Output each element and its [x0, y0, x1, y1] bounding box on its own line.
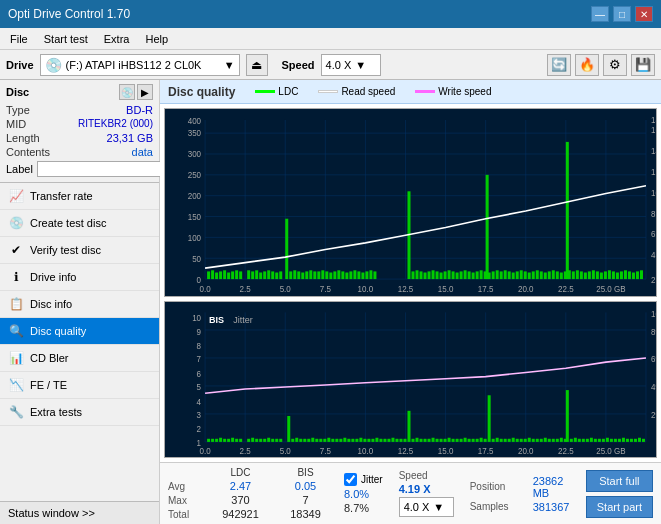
disc-quality-title: Disc quality — [168, 85, 235, 99]
burn-button[interactable]: 🔥 — [575, 54, 599, 76]
svg-rect-78 — [325, 271, 328, 279]
speed-select[interactable]: 4.0 X ▼ — [321, 54, 381, 76]
svg-rect-59 — [247, 270, 250, 279]
sidebar-item-cd-bler[interactable]: 📊 CD Bler — [0, 345, 159, 372]
start-part-button[interactable]: Start part — [586, 496, 653, 518]
svg-rect-257 — [444, 438, 447, 441]
eject-button[interactable]: ⏏ — [246, 54, 268, 76]
svg-rect-120 — [520, 270, 523, 279]
svg-rect-281 — [544, 437, 547, 441]
jitter-checkbox[interactable] — [344, 473, 357, 486]
disc-length-label: Length — [6, 132, 40, 144]
sidebar-item-disc-quality[interactable]: 🔍 Disc quality — [0, 318, 159, 345]
sidebar-item-label-disc-info: Disc info — [30, 298, 72, 310]
status-window-button[interactable]: Status window >> — [0, 502, 159, 524]
sidebar-item-extra-tests[interactable]: 🔧 Extra tests — [0, 399, 159, 426]
svg-rect-288 — [574, 437, 577, 441]
settings-button[interactable]: ⚙ — [603, 54, 627, 76]
svg-rect-250 — [416, 437, 419, 441]
svg-rect-214 — [259, 438, 262, 441]
menu-extra[interactable]: Extra — [98, 31, 136, 47]
svg-rect-287 — [570, 438, 573, 441]
svg-rect-101 — [448, 270, 451, 279]
svg-rect-233 — [343, 437, 346, 441]
disc-label-input[interactable] — [37, 161, 170, 177]
svg-rect-221 — [295, 437, 298, 441]
sidebar-item-drive-info[interactable]: ℹ Drive info — [0, 264, 159, 291]
svg-rect-79 — [329, 273, 332, 280]
menu-start-test[interactable]: Start test — [38, 31, 94, 47]
svg-rect-130 — [560, 273, 563, 280]
svg-rect-92 — [412, 271, 415, 279]
svg-text:5: 5 — [197, 383, 202, 392]
legend-write-speed-label: Write speed — [438, 86, 491, 97]
svg-rect-213 — [255, 438, 258, 441]
svg-text:Jitter: Jitter — [233, 314, 253, 324]
svg-text:6: 6 — [651, 229, 656, 239]
disc-section-title: Disc — [6, 86, 29, 98]
svg-text:12.5: 12.5 — [398, 447, 414, 456]
drive-label: Drive — [6, 59, 34, 71]
sidebar-item-label-extra-tests: Extra tests — [30, 406, 82, 418]
svg-rect-108 — [476, 271, 479, 279]
disc-icon-btn2[interactable]: ▶ — [137, 84, 153, 100]
svg-rect-118 — [512, 273, 515, 280]
svg-rect-89 — [369, 270, 372, 279]
svg-rect-124 — [536, 270, 539, 279]
svg-rect-58 — [239, 271, 242, 279]
sidebar-item-transfer-rate[interactable]: 📈 Transfer rate — [0, 183, 159, 210]
svg-text:2: 2 — [651, 275, 656, 285]
drive-select[interactable]: 💿 (F:) ATAPI iHBS112 2 CL0K ▼ — [40, 54, 240, 76]
speed-value: 4.0 X — [326, 59, 352, 71]
disc-info-icon: 📋 — [8, 296, 24, 312]
refresh-button[interactable]: 🔄 — [547, 54, 571, 76]
disc-icon-btn1[interactable]: 💿 — [119, 84, 135, 100]
svg-rect-225 — [311, 437, 314, 441]
svg-rect-80 — [333, 271, 336, 279]
svg-rect-280 — [540, 438, 543, 441]
menu-file[interactable]: File — [4, 31, 34, 47]
svg-rect-150 — [636, 271, 639, 279]
svg-rect-291 — [586, 438, 589, 441]
svg-rect-217 — [271, 438, 274, 441]
create-test-disc-icon: 💿 — [8, 215, 24, 231]
svg-rect-141 — [600, 273, 603, 280]
svg-text:18: 18 — [651, 115, 656, 125]
svg-rect-121 — [524, 271, 527, 279]
svg-rect-223 — [303, 438, 306, 441]
svg-rect-216 — [267, 437, 270, 441]
sidebar-item-create-test-disc[interactable]: 💿 Create test disc — [0, 210, 159, 237]
sidebar-item-label-transfer-rate: Transfer rate — [30, 190, 93, 202]
disc-mid-row: MID RITEKBR2 (000) — [6, 118, 153, 130]
menu-help[interactable]: Help — [139, 31, 174, 47]
svg-rect-224 — [307, 438, 310, 441]
sidebar-item-disc-info[interactable]: 📋 Disc info — [0, 291, 159, 318]
maximize-button[interactable]: □ — [613, 6, 631, 22]
disc-quality-icon: 🔍 — [8, 323, 24, 339]
title-bar: Opti Drive Control 1.70 — □ ✕ — [0, 0, 661, 28]
svg-rect-133 — [566, 142, 569, 279]
svg-rect-93 — [416, 270, 419, 279]
total-ldc: 942921 — [218, 508, 263, 520]
svg-text:12: 12 — [651, 166, 656, 176]
save-button[interactable]: 💾 — [631, 54, 655, 76]
close-button[interactable]: ✕ — [635, 6, 653, 22]
sidebar-item-fe-te[interactable]: 📉 FE / TE — [0, 372, 159, 399]
svg-rect-140 — [596, 271, 599, 279]
svg-text:22.5: 22.5 — [558, 447, 574, 456]
position-value: 23862 MB — [533, 475, 570, 499]
minimize-button[interactable]: — — [591, 6, 609, 22]
speed-dropdown[interactable]: 4.0 X ▼ — [399, 497, 454, 517]
svg-rect-106 — [468, 271, 471, 279]
svg-rect-294 — [598, 438, 601, 441]
jitter-label: Jitter — [361, 474, 383, 485]
svg-rect-268 — [492, 438, 495, 441]
svg-rect-296 — [606, 437, 609, 441]
sidebar-item-verify-test-disc[interactable]: ✔ Verify test disc — [0, 237, 159, 264]
start-full-button[interactable]: Start full — [586, 470, 653, 492]
verify-test-disc-icon: ✔ — [8, 242, 24, 258]
svg-rect-84 — [349, 271, 352, 279]
svg-text:0.0: 0.0 — [200, 447, 212, 456]
svg-text:2%: 2% — [651, 411, 656, 420]
svg-rect-60 — [251, 271, 254, 279]
